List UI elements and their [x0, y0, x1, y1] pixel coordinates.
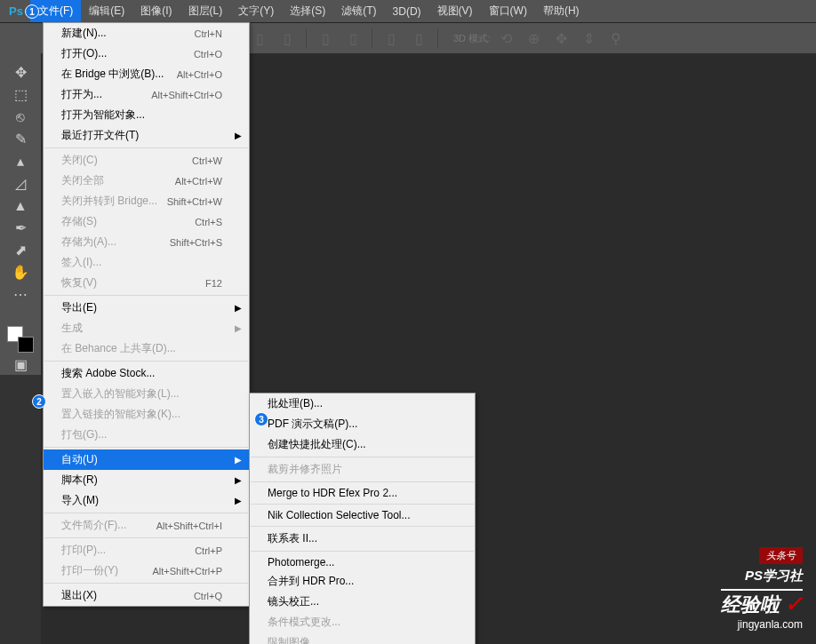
auto-submenu-item-0[interactable]: 批处理(B)... — [250, 394, 475, 414]
file-menu-item-9: 关闭并转到 Bridge...Shift+Ctrl+W — [44, 191, 249, 211]
menu-item-label: 打开为... — [61, 87, 102, 102]
menu-separator — [251, 504, 474, 505]
more-tools-icon[interactable]: ⋯ — [8, 284, 33, 305]
align-bottom-icon[interactable]: ▯ — [275, 26, 300, 51]
auto-submenu-item-2[interactable]: 创建快捷批处理(C)... — [250, 434, 475, 455]
file-menu-item-24[interactable]: 自动(U)▶ — [44, 449, 249, 470]
menu-item-label: 文件简介(F)... — [61, 518, 126, 533]
eyedropper-tool-icon[interactable]: ✎ — [8, 129, 33, 149]
menu-shortcut: Ctrl+S — [195, 217, 222, 227]
menubar-item-2[interactable]: 图像(I) — [132, 0, 180, 22]
menu-item-label: 关闭并转到 Bridge... — [61, 194, 157, 209]
file-menu-item-5[interactable]: 最近打开文件(T)▶ — [44, 125, 249, 146]
crop-tool-icon[interactable]: ⎋ — [8, 107, 33, 127]
step-badge-3: 3 — [254, 412, 268, 426]
distribute-v-icon[interactable]: ▯ — [340, 26, 365, 51]
menu-separator — [251, 551, 474, 552]
menu-shortcut: Alt+Shift+Ctrl+P — [152, 566, 222, 576]
menu-separator — [44, 147, 248, 148]
arrow-select-icon[interactable]: ⬈ — [8, 240, 33, 260]
menubar-item-6[interactable]: 滤镜(T) — [333, 0, 384, 22]
menu-separator — [44, 513, 248, 513]
menu-separator — [44, 361, 248, 362]
file-menu-item-13: 恢复(V)F12 — [44, 273, 249, 293]
auto-submenu-item-6[interactable]: Merge to HDR Efex Pro 2... — [250, 484, 475, 502]
auto-submenu-item-4: 裁剪并修齐照片 — [250, 459, 475, 480]
menubar-item-7[interactable]: 3D(D) — [385, 0, 429, 22]
menu-shortcut: Shift+Ctrl+W — [167, 196, 222, 207]
menubar-item-5[interactable]: 选择(S) — [282, 0, 333, 22]
file-menu-item-26[interactable]: 导入(M)▶ — [44, 490, 249, 511]
file-menu-item-25[interactable]: 脚本(R)▶ — [44, 470, 249, 490]
auto-submenu-item-10[interactable]: 联系表 II... — [250, 529, 475, 549]
menu-item-label: 脚本(R) — [61, 473, 98, 488]
submenu-arrow-icon: ▶ — [235, 496, 242, 505]
path-selection-icon[interactable]: ✒ — [8, 218, 33, 238]
menu-item-label: 自动(U) — [61, 452, 98, 467]
file-menu-item-4[interactable]: 打开为智能对象... — [44, 105, 249, 125]
pen-tool-icon[interactable]: ▲ — [8, 195, 33, 216]
menu-shortcut: Alt+Ctrl+O — [177, 69, 222, 80]
file-menu-item-2[interactable]: 在 Bridge 中浏览(B)...Alt+Ctrl+O — [44, 64, 249, 84]
file-menu-item-33[interactable]: 退出(X)Ctrl+Q — [44, 585, 249, 606]
3d-pan-icon[interactable]: ✥ — [548, 26, 573, 51]
auto-submenu-item-1[interactable]: PDF 演示文稿(P)... — [250, 414, 475, 434]
menu-separator — [251, 481, 474, 482]
file-menu-item-19[interactable]: 搜索 Adobe Stock... — [44, 363, 249, 384]
auto-submenu-item-13[interactable]: 合并到 HDR Pro... — [250, 571, 475, 592]
menu-item-label: 镜头校正... — [268, 594, 319, 609]
menu-shortcut: Alt+Shift+Ctrl+O — [151, 90, 222, 100]
menu-item-label: 存储为(A)... — [61, 235, 116, 250]
hand-tool-icon[interactable]: ✋ — [8, 262, 33, 282]
menu-item-label: 批处理(B)... — [268, 396, 323, 411]
brush-tool-icon[interactable]: ▴ — [8, 151, 33, 171]
menu-item-label: 新建(N)... — [61, 26, 107, 41]
3d-roll-icon[interactable]: ⊕ — [521, 26, 546, 51]
distribute-spacing-v-icon[interactable]: ▯ — [406, 26, 431, 51]
menu-item-label: 在 Bridge 中浏览(B)... — [61, 67, 164, 82]
auto-submenu: 批处理(B)...PDF 演示文稿(P)...创建快捷批处理(C)...裁剪并修… — [249, 393, 476, 644]
menubar-item-8[interactable]: 视图(V) — [429, 0, 481, 22]
watermark-bottom: 经验啦 — [721, 593, 780, 616]
menubar-item-1[interactable]: 编辑(E) — [81, 0, 132, 22]
watermark-top-prefix: 头条号 — [766, 550, 796, 561]
file-menu-item-8: 关闭全部Alt+Ctrl+W — [44, 171, 249, 191]
quick-mask-icon[interactable]: ▣ — [8, 354, 33, 375]
menu-separator — [44, 295, 248, 296]
file-menu-item-1[interactable]: 打开(O)...Ctrl+O — [44, 44, 249, 64]
file-menu-item-15[interactable]: 导出(E)▶ — [44, 298, 249, 318]
menu-item-label: 打开(O)... — [61, 46, 107, 61]
move-tool-icon[interactable]: ✥ — [8, 62, 33, 83]
file-menu-item-22: 打包(G)... — [44, 425, 249, 445]
menubar-item-3[interactable]: 图层(L) — [180, 0, 231, 22]
eraser-tool-icon[interactable]: ◿ — [8, 173, 33, 194]
3d-zoom-icon[interactable]: ⚲ — [604, 26, 628, 51]
menu-item-label: Merge to HDR Efex Pro 2... — [268, 487, 397, 499]
menu-item-label: 置入链接的智能对象(K)... — [61, 407, 180, 422]
menu-item-label: 置入嵌入的智能对象(L)... — [61, 386, 180, 402]
menu-item-label: 生成 — [61, 321, 83, 336]
menu-item-label: 关闭(C) — [61, 153, 98, 168]
file-menu-item-0[interactable]: 新建(N)...Ctrl+N — [44, 23, 249, 44]
foreground-bg-colors[interactable] — [7, 326, 34, 353]
distribute-h-icon[interactable]: ▯ — [313, 26, 338, 51]
menu-shortcut: Shift+Ctrl+S — [170, 237, 222, 248]
distribute-spacing-h-icon[interactable]: ▯ — [379, 26, 404, 51]
file-menu-item-12: 签入(I)... — [44, 252, 249, 273]
auto-submenu-item-15: 条件模式更改... — [250, 612, 475, 632]
align-center-v-icon[interactable]: ▯ — [247, 26, 272, 51]
menu-item-label: 搜索 Adobe Stock... — [61, 366, 155, 381]
auto-submenu-item-8[interactable]: Nik Collection Selective Tool... — [250, 506, 475, 524]
menubar-item-4[interactable]: 文字(Y) — [230, 0, 282, 22]
menu-item-label: 限制图像... — [268, 635, 319, 644]
3d-orbit-icon[interactable]: ⟲ — [493, 26, 518, 51]
auto-submenu-item-12[interactable]: Photomerge... — [250, 553, 475, 571]
3d-slide-icon[interactable]: ⇕ — [576, 26, 601, 51]
menubar-item-9[interactable]: 窗口(W) — [481, 0, 535, 22]
file-menu-item-3[interactable]: 打开为...Alt+Shift+Ctrl+O — [44, 84, 249, 105]
menu-separator — [44, 537, 248, 538]
menubar-item-10[interactable]: 帮助(H) — [535, 0, 588, 22]
auto-submenu-item-14[interactable]: 镜头校正... — [250, 592, 475, 612]
menu-separator — [251, 457, 474, 457]
marquee-tool-icon[interactable]: ⬚ — [8, 84, 33, 105]
